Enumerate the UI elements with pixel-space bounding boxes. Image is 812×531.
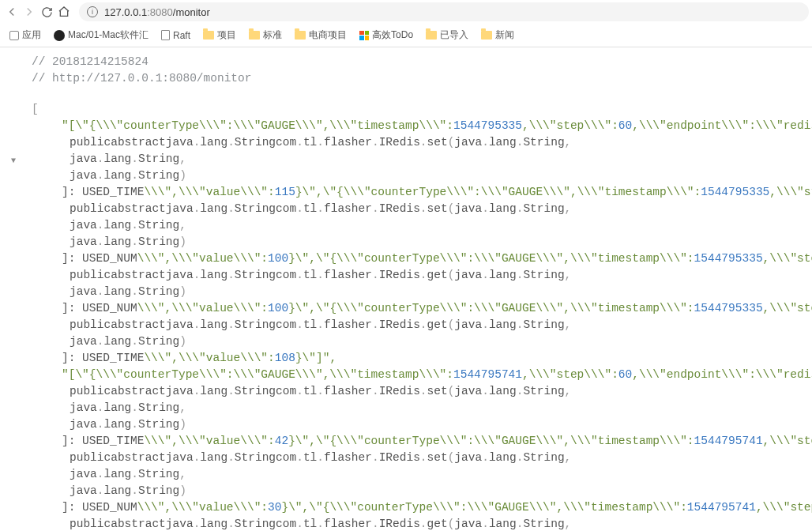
info-icon: i xyxy=(87,6,98,17)
java-sig: publicabstractjava.lang.Stringcom.tl.fla… xyxy=(70,518,571,530)
apps-icon xyxy=(9,31,19,40)
address-bar[interactable]: i 127.0.0.1:8080/monitor xyxy=(79,2,809,21)
java-sig: publicabstractjava.lang.Stringcom.tl.fla… xyxy=(70,451,571,464)
java-sig: publicabstractjava.lang.Stringcom.tl.fla… xyxy=(70,318,571,331)
java-param: java.lang.String) xyxy=(70,418,186,431)
java-param: java.lang.String, xyxy=(70,153,186,165)
java-param: java.lang.String) xyxy=(70,335,186,348)
folder-icon xyxy=(295,31,306,40)
refresh-button[interactable] xyxy=(38,6,55,18)
bookmark-raft[interactable]: Raft xyxy=(156,30,195,41)
apps-button[interactable]: 应用 xyxy=(5,28,46,42)
json-line: ]: USED_NUM\\\",\\\"value\\\":100}\",\"{… xyxy=(62,302,812,314)
folder-icon xyxy=(481,31,492,40)
folder-icon xyxy=(203,31,214,40)
microsoft-icon xyxy=(359,31,369,40)
url-host: 127.0.0.1 xyxy=(104,6,147,18)
json-line: "[\"{\\\"counterType\\\":\\\"GAUGE\\\",\… xyxy=(62,119,812,132)
forward-button[interactable] xyxy=(21,5,38,19)
url-port: :8080 xyxy=(147,6,173,18)
json-viewer: ▼ // 20181214215824 // http://127.0.0.1:… xyxy=(0,47,812,531)
java-param: java.lang.String, xyxy=(70,401,186,414)
java-sig: publicabstractjava.lang.Stringcom.tl.fla… xyxy=(70,385,571,397)
json-line: ]: USED_NUM\\\",\\\"value\\\":100}\",\"{… xyxy=(62,252,812,265)
bookmark-imported[interactable]: 已导入 xyxy=(421,28,473,42)
bookmarks-bar: 应用 Mac/01-Mac软件汇 Raft 项目 标准 电商项目 高效ToDo … xyxy=(0,24,812,47)
java-param: java.lang.String, xyxy=(70,468,186,480)
java-sig: publicabstractjava.lang.Stringcom.tl.fla… xyxy=(70,136,571,149)
java-param: java.lang.String) xyxy=(70,235,186,248)
comment-line: // http://127.0.0.1:8080/monitor xyxy=(32,72,251,85)
bookmark-ecom[interactable]: 电商项目 xyxy=(290,28,351,42)
java-param: java.lang.String) xyxy=(70,484,186,497)
collapse-toggle[interactable]: ▼ xyxy=(11,153,16,169)
bookmark-news[interactable]: 新闻 xyxy=(476,28,519,42)
url-path: /monitor xyxy=(173,6,210,18)
folder-icon xyxy=(249,31,260,40)
json-line: ]: USED_NUM\\\",\\\"value\\\":30}\",\"{\… xyxy=(62,501,812,514)
java-param: java.lang.String) xyxy=(70,169,186,182)
json-line: "[\"{\\\"counterType\\\":\\\"GAUGE\\\",\… xyxy=(62,368,812,381)
comment-line: // 20181214215824 xyxy=(32,55,148,68)
java-sig: publicabstractjava.lang.Stringcom.tl.fla… xyxy=(70,202,571,215)
java-param: java.lang.String, xyxy=(70,219,186,232)
bracket-open: [ xyxy=(32,103,39,115)
java-param: java.lang.String) xyxy=(70,285,186,298)
github-icon xyxy=(54,30,65,41)
bookmark-mac[interactable]: Mac/01-Mac软件汇 xyxy=(49,28,153,42)
folder-icon xyxy=(426,31,437,40)
json-line: ]: USED_TIME\\\",\\\"value\\\":108}\"]", xyxy=(62,352,336,364)
browser-nav-bar: i 127.0.0.1:8080/monitor xyxy=(0,0,812,24)
back-button[interactable] xyxy=(3,5,21,19)
bookmark-project[interactable]: 项目 xyxy=(198,28,241,42)
bookmark-todo[interactable]: 高效ToDo xyxy=(355,28,418,42)
json-line: ]: USED_TIME\\\",\\\"value\\\":115}\",\"… xyxy=(62,186,812,198)
file-icon xyxy=(161,30,170,40)
java-sig: publicabstractjava.lang.Stringcom.tl.fla… xyxy=(70,269,571,281)
bookmark-standard[interactable]: 标准 xyxy=(244,28,287,42)
home-button[interactable] xyxy=(55,6,73,18)
json-line: ]: USED_TIME\\\",\\\"value\\\":42}\",\"{… xyxy=(62,435,812,447)
